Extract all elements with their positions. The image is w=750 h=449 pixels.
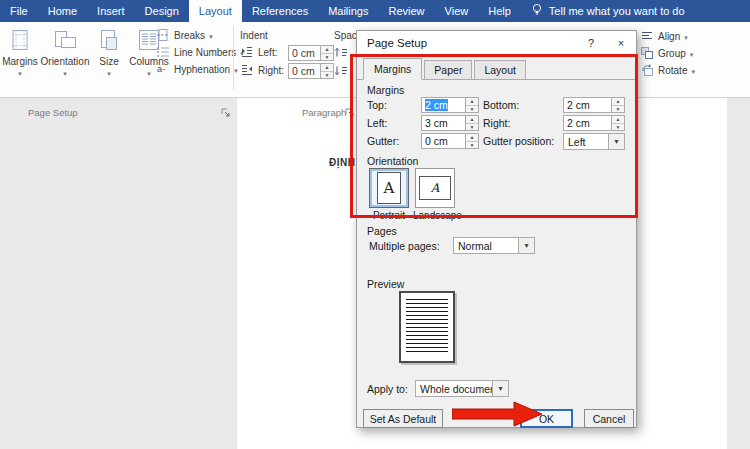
left-margin-label: Left: [367,117,417,129]
stepper-arrows[interactable] [320,64,333,78]
apply-to-value: Whole document [416,381,492,396]
tell-me-box[interactable]: Tell me what you want to do [531,0,685,22]
stepper-arrows[interactable] [320,46,333,60]
size-button[interactable]: Size [92,25,126,93]
margins-icon [8,25,32,55]
line-numbers-button[interactable]: Line Numbers [156,45,244,60]
group-button[interactable]: Group [640,46,693,61]
bottom-margin-stepper[interactable]: 2 cm [563,97,625,113]
hyphenation-button[interactable]: a- Hyphenation [156,62,238,77]
orientation-icon [53,25,77,55]
size-label: Size [99,56,118,67]
page-setup-dialog-launcher-icon[interactable] [220,107,231,118]
landscape-icon: A [419,176,451,200]
rotate-button[interactable]: Rotate [640,63,695,78]
indent-right-label: Right: [258,65,284,76]
stepper-arrows[interactable] [465,134,478,148]
margins-button[interactable]: Margins [2,25,38,93]
ribbon-tab-layout[interactable]: Layout [189,0,242,22]
gutter-position-label: Gutter position: [483,135,559,147]
ribbon-tab-design[interactable]: Design [135,0,189,22]
indent-right-value: 0 cm [289,64,320,78]
dropdown-arrow-icon[interactable] [608,134,624,149]
apply-to-dropdown[interactable]: Whole document [415,380,509,397]
lightbulb-icon [531,3,543,19]
margins-section-label: Margins [367,84,404,96]
indent-right-stepper[interactable]: 0 cm [288,63,334,79]
line-numbers-label: Line Numbers [174,47,236,58]
group-objects-icon [640,46,654,62]
ribbon-tab-help[interactable]: Help [478,0,521,22]
stepper-arrows[interactable] [465,116,478,130]
right-margin-value: 2 cm [564,116,611,130]
dialog-help-button[interactable]: ? [576,31,606,55]
ribbon-tab-file[interactable]: File [0,0,38,22]
breaks-button[interactable]: Breaks [156,28,213,43]
ribbon-tab-bar: File Home Insert Design Layout Reference… [0,0,750,22]
pages-section-label: Pages [367,225,397,237]
ribbon-tab-mailings[interactable]: Mailings [318,0,378,22]
right-margin-stepper[interactable]: 2 cm [563,115,625,131]
align-label: Align [658,31,680,42]
gutter-position-dropdown[interactable]: Left [563,133,625,150]
dialog-close-button[interactable]: × [606,31,636,55]
portrait-option[interactable]: A [369,168,409,208]
dialog-tab-strip: Margins Paper Layout [357,55,636,80]
ribbon-tab-home[interactable]: Home [38,0,87,22]
svg-text:a-: a- [157,64,165,74]
set-as-default-button[interactable]: Set As Default [363,409,443,428]
left-margin-stepper[interactable]: 3 cm [421,115,479,131]
ribbon-tab-references[interactable]: References [242,0,318,22]
chevron-down-icon [234,64,238,75]
top-margin-value: 2 cm [425,99,448,111]
indent-right-row: Right: 0 cm [240,63,334,78]
chevron-down-icon [691,65,695,76]
stepper-arrows[interactable] [465,98,478,112]
preview-section-label: Preview [367,278,404,290]
dialog-tab-layout[interactable]: Layout [474,60,526,79]
align-button[interactable]: Align [640,29,688,44]
multiple-pages-value: Normal [454,238,518,253]
multiple-pages-dropdown[interactable]: Normal [453,237,535,254]
chevron-down-icon [107,67,111,78]
dialog-title-bar[interactable]: Page Setup ? × [357,31,636,55]
indent-label: Indent [240,30,268,41]
top-margin-stepper[interactable]: 2 cm [421,97,479,113]
stepper-arrows[interactable] [611,98,624,112]
margins-label: Margins [2,56,38,67]
hyphenation-icon: a- [156,62,170,78]
ribbon-tab-view[interactable]: View [435,0,479,22]
indent-left-value: 0 cm [289,46,320,60]
page-preview-thumbnail [399,291,455,363]
chevron-down-icon [147,67,151,78]
right-margin-label: Right: [483,117,559,129]
dropdown-arrow-icon[interactable] [492,381,508,396]
ribbon-tab-insert[interactable]: Insert [87,0,135,22]
ribbon-tab-review[interactable]: Review [379,0,435,22]
dialog-tab-paper[interactable]: Paper [424,60,472,79]
ok-button[interactable]: OK [520,409,573,428]
dropdown-arrow-icon[interactable] [518,238,534,253]
portrait-label: Portrait [367,210,411,221]
chevron-down-icon [209,30,213,41]
group-divider [233,26,234,90]
gutter-stepper[interactable]: 0 cm [421,133,479,149]
chevron-down-icon [63,67,67,78]
orientation-button[interactable]: Orientation [40,25,90,93]
indent-right-icon [240,63,254,79]
indent-left-stepper[interactable]: 0 cm [288,45,334,61]
paragraph-dialog-launcher-icon[interactable] [344,107,355,118]
spacing-before-icon [334,45,348,60]
chevron-down-icon [690,48,694,59]
paragraph-group-label: Paragraph [302,107,346,118]
group-label: Group [658,48,686,59]
hyphenation-label: Hyphenation [174,64,230,75]
stepper-arrows[interactable] [611,116,624,130]
breaks-label: Breaks [174,30,205,41]
dialog-tab-margins[interactable]: Margins [363,58,422,80]
chevron-down-icon [18,67,22,78]
page-setup-group-label: Page Setup [28,107,78,118]
gutter-position-value: Left [564,134,608,149]
landscape-option[interactable]: A [415,168,455,208]
cancel-button[interactable]: Cancel [584,409,634,428]
